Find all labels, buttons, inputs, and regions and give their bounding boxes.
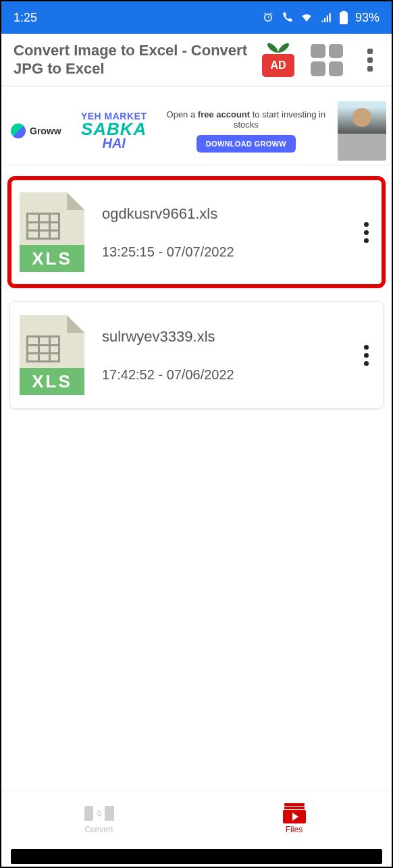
phone-icon bbox=[281, 11, 293, 24]
file-timestamp: 17:42:52 - 07/06/2022 bbox=[102, 367, 356, 383]
xls-file-icon: XLS bbox=[20, 315, 84, 395]
nav-convert-tab[interactable]: Convert bbox=[1, 790, 196, 846]
file-card[interactable]: XLS ogdkusrv9661.xls 13:25:15 - 07/07/20… bbox=[9, 178, 384, 286]
file-menu-button[interactable] bbox=[356, 215, 376, 249]
ad-person-image bbox=[338, 101, 386, 161]
bottom-nav: Convert Files bbox=[1, 790, 392, 846]
wifi-icon bbox=[300, 11, 313, 24]
ad-banner[interactable]: Groww YEH MARKET SABKA HAI Open a free a… bbox=[4, 97, 389, 165]
ad-slogan: YEH MARKET SABKA HAI bbox=[74, 112, 155, 151]
page-title: Convert Image to Excel - Convert JPG to … bbox=[14, 42, 258, 78]
ad-download-button[interactable]: DOWNLOAD GROWW bbox=[196, 135, 296, 153]
nav-convert-label: Convert bbox=[84, 825, 113, 834]
grid-view-button[interactable] bbox=[311, 44, 343, 76]
file-name: sulrwyev3339.xls bbox=[102, 328, 356, 346]
convert-icon bbox=[84, 803, 114, 823]
nav-files-tab[interactable]: Files bbox=[196, 790, 392, 846]
ad-gift-icon[interactable]: AD bbox=[258, 43, 298, 77]
svg-rect-1 bbox=[342, 11, 346, 13]
status-right: 93% bbox=[262, 11, 379, 25]
signal-icon bbox=[320, 11, 332, 24]
file-name: ogdkusrv9661.xls bbox=[102, 205, 356, 223]
battery-percent: 93% bbox=[355, 11, 379, 25]
app-header: Convert Image to Excel - Convert JPG to … bbox=[1, 34, 392, 86]
files-icon bbox=[283, 803, 306, 823]
status-bar: 1:25 93% bbox=[1, 1, 392, 34]
files-list: XLS ogdkusrv9661.xls 13:25:15 - 07/07/20… bbox=[1, 173, 392, 429]
svg-rect-0 bbox=[340, 12, 348, 24]
file-menu-button[interactable] bbox=[356, 338, 376, 372]
battery-icon bbox=[339, 11, 348, 24]
xls-file-icon: XLS bbox=[20, 192, 84, 272]
nav-files-label: Files bbox=[286, 825, 303, 834]
system-nav-bar bbox=[11, 849, 382, 864]
file-card[interactable]: XLS sulrwyev3339.xls 17:42:52 - 07/06/20… bbox=[9, 301, 384, 409]
ad-brand-logo: Groww bbox=[11, 124, 61, 138]
file-timestamp: 13:25:15 - 07/07/2022 bbox=[102, 244, 356, 260]
overflow-menu-button[interactable] bbox=[362, 47, 378, 74]
alarm-icon bbox=[262, 11, 274, 24]
ad-cta: Open a free account to start investing i… bbox=[155, 109, 338, 153]
status-time: 1:25 bbox=[14, 11, 37, 25]
